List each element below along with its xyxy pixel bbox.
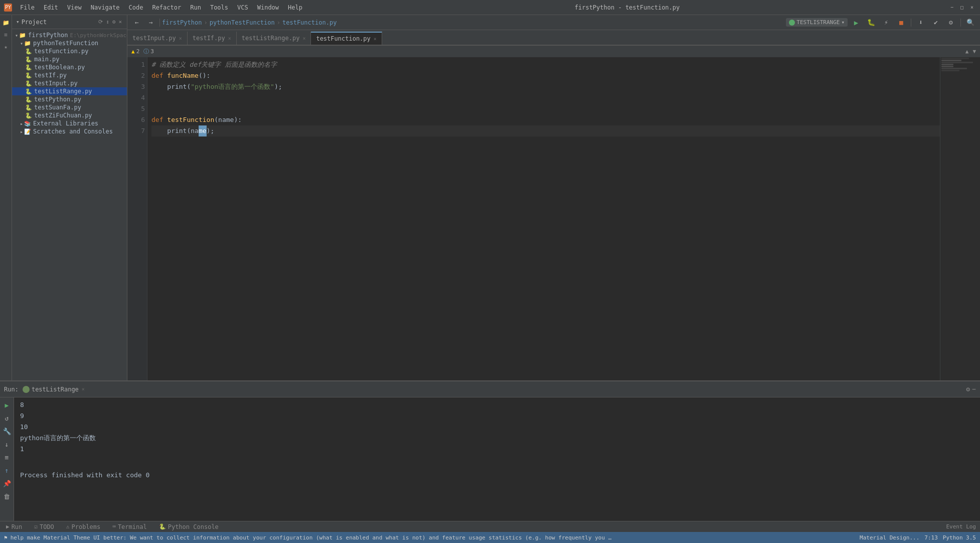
tab-testinput[interactable]: testInput.py × <box>127 32 188 45</box>
param-name: name <box>218 114 234 125</box>
run-down-btn[interactable]: ↓ <box>2 439 13 450</box>
tree-label-testlistrange: testListRange.py <box>34 88 92 95</box>
tree-item-firstpython[interactable]: ▾ 📁 firstPython E:\pythonWorkSpace\first <box>12 31 127 39</box>
settings-button[interactable]: ⚙ <box>944 17 957 28</box>
menu-vcs[interactable]: VCS <box>233 3 252 12</box>
tab-close-testfunction[interactable]: × <box>374 36 377 42</box>
menu-window[interactable]: Window <box>253 3 283 12</box>
tree-item-testif[interactable]: 🐍 testIf.py <box>12 71 127 79</box>
vcs-update[interactable]: ⬇ <box>914 17 927 28</box>
bc-testfunction[interactable]: testFunction.py <box>282 19 337 26</box>
run-play-btn[interactable]: ▶ <box>2 399 13 411</box>
toolbar-back-btn[interactable]: ← <box>130 17 143 28</box>
tree-item-testinput[interactable]: 🐍 testInput.py <box>12 79 127 87</box>
paren-5: ): <box>234 114 242 125</box>
favorites-icon[interactable]: ★ <box>1 41 12 52</box>
menu-edit[interactable]: Edit <box>40 3 62 12</box>
folder-icon-extlibs: 📚 <box>24 120 31 127</box>
menu-view[interactable]: View <box>63 3 86 12</box>
tab-testlistrange[interactable]: testListRange.py × <box>237 32 311 45</box>
project-dropdown-icon[interactable]: ▾ <box>16 19 20 25</box>
tree-item-testlistrange[interactable]: 🐍 testListRange.py <box>12 87 127 95</box>
line-num-3: 3 <box>127 81 145 92</box>
event-log-label[interactable]: Event Log <box>946 523 976 530</box>
tree-item-scratches[interactable]: ▸ 📝 Scratches and Consoles <box>12 127 127 135</box>
output-text-1: 1 <box>20 444 24 455</box>
py-icon-main: 🐍 <box>25 56 32 63</box>
tree-label-testpython: testPython.py <box>34 96 81 103</box>
tab-testfunction[interactable]: testFunction.py × <box>311 32 382 45</box>
status-position[interactable]: 7:13 <box>924 534 938 541</box>
collapse-icon[interactable]: ↕ <box>105 18 110 26</box>
menu-navigate[interactable]: Navigate <box>87 3 124 12</box>
run-with-coverage[interactable]: ⚡ <box>880 17 893 28</box>
btab-terminal[interactable]: ⌨ Terminal <box>110 522 148 531</box>
run-tab[interactable]: testListRange × <box>23 386 85 393</box>
tree-item-extlibs[interactable]: ▸ 📚 External Libraries <box>12 119 127 127</box>
btab-todo[interactable]: ☑ TODO <box>32 522 56 531</box>
project-header-icons: ⟳ ↕ ⚙ × <box>97 18 123 26</box>
tree-item-main[interactable]: 🐍 main.py <box>12 55 127 63</box>
run-config-dropdown[interactable]: ▾ <box>841 19 845 26</box>
run-wrench-btn[interactable]: 🔧 <box>2 426 13 437</box>
run-config-selector[interactable]: TESTLISTRANGE ▾ <box>786 18 848 27</box>
tree-item-testboolean[interactable]: 🐍 testBoolean.py <box>12 63 127 71</box>
stop-button[interactable]: ■ <box>895 17 908 28</box>
menu-run[interactable]: Run <box>186 3 205 12</box>
tab-close-testif[interactable]: × <box>228 36 231 41</box>
search-button[interactable]: 🔍 <box>964 17 977 28</box>
run-trash-btn[interactable]: 🗑 <box>2 491 13 502</box>
structure-icon[interactable]: ≡ <box>1 29 12 40</box>
menu-code[interactable]: Code <box>125 3 147 12</box>
run-config-icon <box>789 20 795 26</box>
settings-icon[interactable]: ⚙ <box>111 18 117 26</box>
run-rerun-btn[interactable]: ↺ <box>2 413 13 424</box>
kw-def-2: def <box>151 114 167 125</box>
tree-item-testpython[interactable]: 🐍 testPython.py <box>12 95 127 103</box>
warning-nav-down[interactable]: ▼ <box>972 48 976 55</box>
hide-icon[interactable]: × <box>117 18 123 26</box>
btab-problems[interactable]: ⚠ Problems <box>64 522 102 531</box>
btab-run[interactable]: ▶ Run <box>4 522 24 531</box>
run-pin-btn[interactable]: 📌 <box>2 478 13 489</box>
minimize-button[interactable]: − <box>948 4 956 12</box>
sync-icon[interactable]: ⟳ <box>97 18 104 26</box>
project-icon[interactable]: 📁 <box>1 17 12 28</box>
run-settings-icon[interactable]: ⚙ <box>966 385 970 393</box>
toolbar-forward-btn[interactable]: → <box>144 17 157 28</box>
tab-close-testinput[interactable]: × <box>179 36 182 41</box>
run-minimize-icon[interactable]: − <box>972 385 976 393</box>
close-button[interactable]: × <box>968 4 976 12</box>
debug-button[interactable]: 🐛 <box>865 17 878 28</box>
tree-item-pythontestfunction[interactable]: ▾ 📁 pythonTestFunction <box>12 39 127 47</box>
param-name-ref: na <box>191 125 199 137</box>
menu-refactor[interactable]: Refactor <box>148 3 185 12</box>
menu-file[interactable]: File <box>16 3 39 12</box>
tree-item-testzifuchuan[interactable]: 🐍 testZiFuChuan.py <box>12 111 127 119</box>
tree-item-testfunction[interactable]: 🐍 testFunction.py <box>12 47 127 55</box>
run-tab-close[interactable]: × <box>82 386 85 392</box>
fn-testfunction: testFunction <box>167 114 214 125</box>
line-num-5: 5 <box>127 103 145 114</box>
menu-tools[interactable]: Tools <box>206 3 232 12</box>
status-python-version[interactable]: Python 3.5 <box>943 534 976 541</box>
run-button[interactable]: ▶ <box>850 17 863 28</box>
run-up-btn[interactable]: ↑ <box>2 465 13 476</box>
menu-bar: File Edit View Navigate Code Refactor Ru… <box>16 3 306 12</box>
menu-help[interactable]: Help <box>284 3 306 12</box>
vcs-commit[interactable]: ✔ <box>929 17 942 28</box>
line-num-6: 6 <box>127 114 145 125</box>
btab-python-console[interactable]: 🐍 Python Console <box>157 522 221 531</box>
run-output: 8 9 10 python语言的第一个函数 1 Process finished… <box>14 397 980 521</box>
tab-close-testlistrange[interactable]: × <box>302 36 305 41</box>
bc-firstpython[interactable]: firstPython <box>162 19 202 26</box>
btab-problems-label: Problems <box>71 523 100 530</box>
run-list-btn[interactable]: ≡ <box>2 452 13 463</box>
maximize-button[interactable]: □ <box>958 4 966 12</box>
tab-testif[interactable]: testIf.py × <box>188 32 237 45</box>
tree-item-testsuanfa[interactable]: 🐍 testSuanFa.py <box>12 103 127 111</box>
line-num-1: 1 <box>127 59 145 70</box>
warning-nav-up[interactable]: ▲ <box>965 48 969 55</box>
bc-pytestfunc[interactable]: pythonTestFunction <box>210 19 275 26</box>
py-icon-testboolean: 🐍 <box>25 64 32 71</box>
